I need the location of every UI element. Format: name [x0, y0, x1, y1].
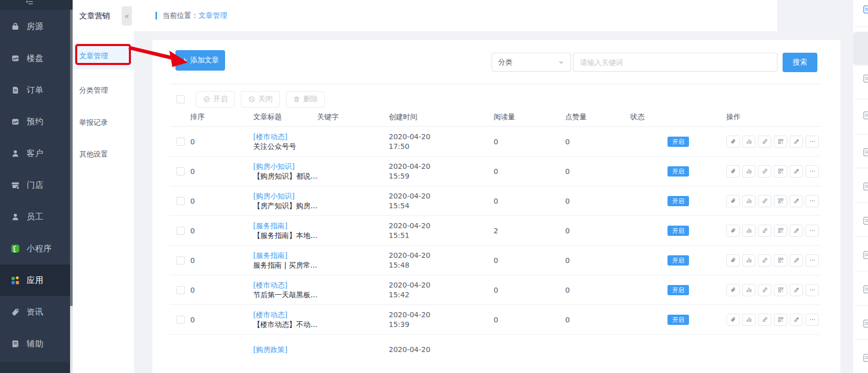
sidebar-item-客户[interactable]: 客户 — [0, 138, 70, 169]
sidebar-item-预约[interactable]: 预约 — [0, 106, 70, 138]
sidebar-item-资讯[interactable]: 资讯 — [0, 296, 70, 328]
edit-icon[interactable] — [790, 195, 803, 207]
edit-icon[interactable] — [790, 225, 803, 237]
attachment-icon[interactable] — [726, 284, 740, 296]
chart-icon[interactable] — [742, 284, 755, 296]
attachment-icon[interactable] — [726, 225, 740, 237]
appointment-icon — [11, 117, 20, 126]
bulk-关闭-button[interactable]: 关闭 — [241, 91, 280, 107]
select-all-checkbox[interactable] — [176, 95, 185, 103]
link-icon[interactable] — [758, 136, 771, 148]
collapse-submenu-button[interactable]: « — [122, 6, 132, 26]
more-icon[interactable] — [806, 225, 819, 237]
category-select[interactable]: 分类 — [492, 53, 571, 72]
keyword-input[interactable] — [573, 53, 777, 72]
sidebar-item-楼盘[interactable]: 楼盘 — [0, 42, 70, 74]
row-checkbox[interactable] — [176, 316, 185, 324]
submenu-item-举报记录[interactable]: 举报记录 — [73, 110, 134, 136]
more-icon[interactable] — [806, 195, 819, 207]
chart-icon[interactable] — [742, 225, 755, 237]
row-checkbox[interactable] — [176, 286, 185, 294]
collapse-sidebar-icon[interactable] — [25, 0, 34, 6]
sidebar-item-应用[interactable]: 应用 — [0, 265, 70, 296]
sidebar-item-门店[interactable]: 门店 — [0, 169, 70, 201]
sort-value: 0 — [190, 197, 195, 205]
qrcode-icon[interactable] — [774, 195, 787, 207]
more-icon[interactable] — [806, 314, 819, 326]
link-icon[interactable] — [758, 165, 771, 178]
qrcode-icon[interactable] — [774, 136, 787, 148]
chart-icon[interactable] — [742, 314, 755, 326]
bulk-开启-button[interactable]: 开启 — [196, 91, 235, 107]
bag-icon — [11, 22, 20, 31]
right-edge-panel — [853, 0, 868, 373]
edit-icon[interactable] — [790, 254, 803, 267]
sidebar-item-房源[interactable]: 房源 — [0, 11, 70, 42]
sidebar-item-员工[interactable]: 员工 — [0, 201, 70, 233]
article-category-link[interactable]: [楼市动态] — [253, 132, 317, 142]
article-category-link[interactable]: [服务指南] — [253, 251, 317, 260]
row-checkbox[interactable] — [176, 167, 185, 175]
link-icon[interactable] — [758, 225, 771, 237]
qrcode-icon[interactable] — [774, 225, 787, 237]
edit-icon[interactable] — [790, 165, 803, 178]
more-icon[interactable] — [806, 254, 819, 267]
link-icon[interactable] — [758, 195, 771, 207]
column-header-关键字: 关键字 — [317, 113, 389, 122]
column-header-点赞量: 点赞量 — [565, 113, 630, 122]
search-button[interactable]: 搜索 — [783, 53, 817, 72]
sidebar-item-订单[interactable]: 订单 — [0, 74, 70, 106]
attachment-icon[interactable] — [726, 165, 740, 178]
article-title: 关注公众号号 — [253, 142, 317, 151]
article-category-link[interactable]: [购房政策] — [253, 345, 317, 355]
edit-icon[interactable] — [790, 136, 803, 148]
doc-fragment-icon — [863, 216, 868, 225]
article-category-link[interactable]: [楼市动态] — [253, 280, 317, 290]
right-edge-divider — [855, 202, 868, 203]
sidebar-item-label: 辅助 — [27, 339, 43, 349]
article-category-link[interactable]: [服务指南] — [253, 221, 317, 231]
sidebar-item-label: 资讯 — [27, 307, 43, 318]
chart-icon[interactable] — [742, 254, 755, 267]
qrcode-icon[interactable] — [774, 254, 787, 267]
customer-icon — [11, 149, 20, 158]
breadcrumb-current-link[interactable]: 文章管理 — [198, 11, 227, 20]
likes-count: 0 — [565, 227, 630, 235]
attachment-icon[interactable] — [726, 314, 740, 326]
edit-icon[interactable] — [790, 314, 803, 326]
attachment-icon[interactable] — [726, 136, 740, 148]
attachment-icon[interactable] — [726, 254, 740, 267]
chart-icon[interactable] — [742, 165, 755, 178]
more-icon[interactable] — [806, 284, 819, 296]
row-checkbox[interactable] — [176, 256, 185, 265]
row-checkbox[interactable] — [176, 227, 185, 235]
chart-icon[interactable] — [742, 195, 755, 207]
articles-table: 排序文章标题关键字创建时间阅读量点赞量状态操作 0 [楼市动态] 关注公众号号 … — [170, 107, 820, 364]
submenu-item-文章管理[interactable]: 文章管理 — [73, 43, 134, 69]
row-checkbox[interactable] — [176, 138, 185, 146]
likes-count: 0 — [565, 286, 630, 294]
sidebar-item-小程序[interactable]: 小程序 — [0, 233, 70, 265]
submenu-item-其他设置[interactable]: 其他设置 — [73, 142, 134, 167]
staff-icon — [11, 212, 20, 222]
article-category-link[interactable]: [购房小知识] — [253, 191, 317, 201]
qrcode-icon[interactable] — [774, 284, 787, 296]
article-category-link[interactable]: [购房小知识] — [253, 162, 317, 171]
column-header-文章标题: 文章标题 — [253, 113, 317, 122]
qrcode-icon[interactable] — [774, 314, 787, 326]
add-article-button[interactable]: 添加文章 — [175, 50, 225, 71]
submenu-item-分类管理[interactable]: 分类管理 — [73, 78, 134, 103]
edit-icon[interactable] — [790, 284, 803, 296]
sidebar-item-辅助[interactable]: 辅助 — [0, 328, 70, 360]
attachment-icon[interactable] — [726, 195, 740, 207]
qrcode-icon[interactable] — [774, 165, 787, 178]
bulk-删除-button[interactable]: 删除 — [286, 91, 325, 107]
more-icon[interactable] — [806, 165, 819, 178]
link-icon[interactable] — [758, 314, 771, 326]
link-icon[interactable] — [758, 284, 771, 296]
more-icon[interactable] — [806, 136, 819, 148]
row-checkbox[interactable] — [176, 197, 185, 205]
chart-icon[interactable] — [742, 136, 755, 148]
article-category-link[interactable]: [楼市动态] — [253, 310, 317, 320]
link-icon[interactable] — [758, 254, 771, 267]
